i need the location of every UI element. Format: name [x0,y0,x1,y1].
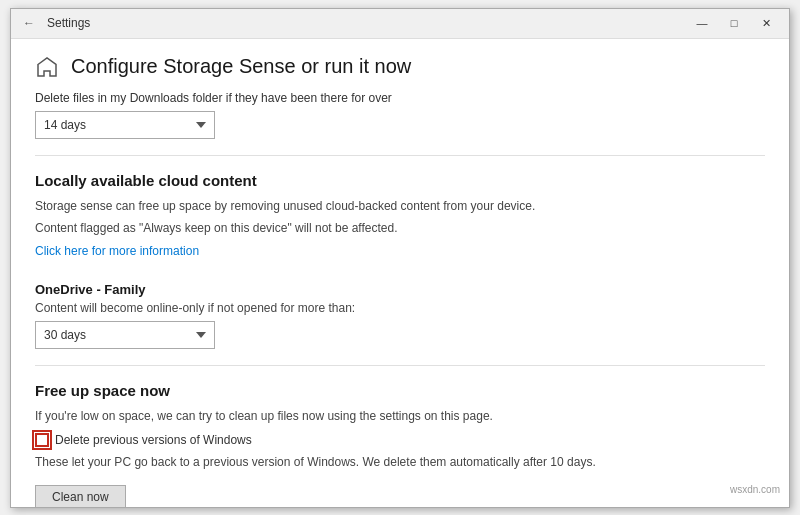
close-button[interactable]: ✕ [751,13,781,33]
title-bar-controls: — □ ✕ [687,13,781,33]
free-space-section: Free up space now If you're low on space… [35,382,765,507]
main-content: Configure Storage Sense or run it now De… [11,39,789,507]
cloud-section: Locally available cloud content Storage … [35,172,765,349]
maximize-button[interactable]: □ [719,13,749,33]
cloud-desc-1: Storage sense can free up space by remov… [35,197,765,215]
divider-2 [35,365,765,366]
onedrive-dropdown-container: 30 days Never 1 day 14 days 60 days [35,321,765,349]
onedrive-sub: Content will become online-only if not o… [35,299,765,317]
downloads-dropdown[interactable]: 14 days Never 1 day 30 days 60 days [35,111,215,139]
settings-window: ← Settings — □ ✕ Configure Storage Sense… [10,8,790,508]
page-header: Configure Storage Sense or run it now [35,55,765,79]
cloud-heading: Locally available cloud content [35,172,765,189]
back-button[interactable]: ← [19,14,39,32]
clean-now-button[interactable]: Clean now [35,485,126,507]
onedrive-label: OneDrive - Family [35,282,765,297]
page-title: Configure Storage Sense or run it now [71,55,411,78]
watermark: wsxdn.com [730,484,780,495]
cloud-link[interactable]: Click here for more information [35,244,199,258]
free-space-desc: If you're low on space, we can try to cl… [35,407,765,425]
downloads-section: Delete files in my Downloads folder if t… [35,91,765,139]
delete-windows-checkbox[interactable] [35,433,49,447]
cloud-desc-2: Content flagged as "Always keep on this … [35,219,765,237]
divider-1 [35,155,765,156]
title-bar-left: ← Settings [19,14,90,32]
free-space-heading: Free up space now [35,382,765,399]
downloads-label: Delete files in my Downloads folder if t… [35,91,765,105]
content-area: Configure Storage Sense or run it now De… [11,39,789,507]
delete-windows-row: Delete previous versions of Windows [35,433,765,447]
title-bar: ← Settings — □ ✕ [11,9,789,39]
window-title: Settings [47,16,90,30]
delete-windows-sub: These let your PC go back to a previous … [35,453,765,471]
onedrive-dropdown[interactable]: 30 days Never 1 day 14 days 60 days [35,321,215,349]
delete-windows-label: Delete previous versions of Windows [55,433,252,447]
home-icon [35,55,59,79]
minimize-button[interactable]: — [687,13,717,33]
